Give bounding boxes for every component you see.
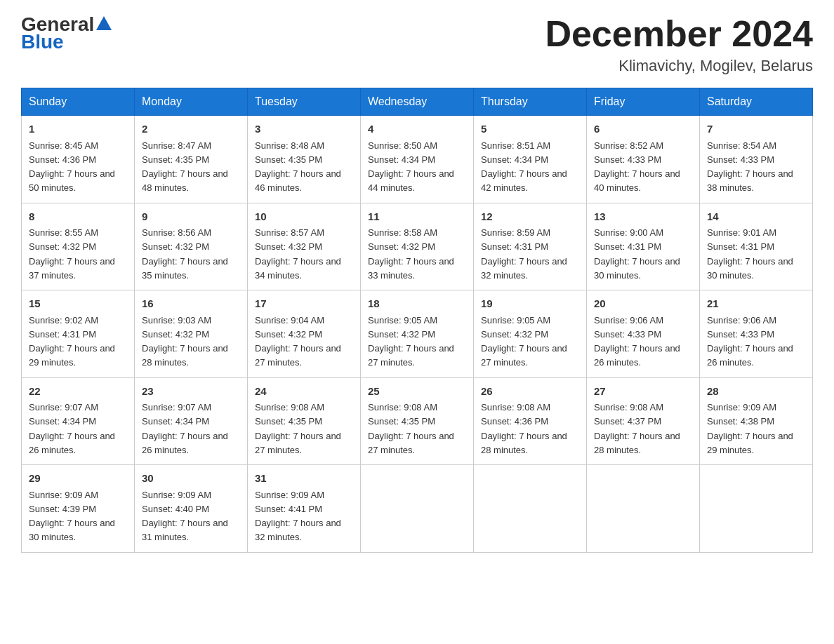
- header-saturday: Saturday: [700, 88, 813, 116]
- calendar-cell: 25Sunrise: 9:08 AMSunset: 4:35 PMDayligh…: [361, 377, 474, 465]
- day-number: 7: [707, 121, 805, 137]
- cell-info: Sunrise: 8:48 AMSunset: 4:35 PMDaylight:…: [255, 140, 341, 194]
- day-number: 17: [255, 296, 353, 312]
- week-row-1: 1Sunrise: 8:45 AMSunset: 4:36 PMDaylight…: [22, 116, 813, 203]
- calendar-cell: [587, 465, 700, 553]
- header-tuesday: Tuesday: [248, 88, 361, 116]
- day-number: 21: [707, 296, 805, 312]
- day-number: 8: [29, 209, 127, 225]
- calendar-cell: 29Sunrise: 9:09 AMSunset: 4:39 PMDayligh…: [22, 465, 135, 553]
- logo-blue-text: Blue: [21, 31, 64, 53]
- cell-info: Sunrise: 8:59 AMSunset: 4:31 PMDaylight:…: [481, 227, 567, 281]
- calendar-cell: 22Sunrise: 9:07 AMSunset: 4:34 PMDayligh…: [22, 377, 135, 465]
- day-number: 6: [594, 121, 692, 137]
- cell-info: Sunrise: 8:47 AMSunset: 4:35 PMDaylight:…: [142, 140, 228, 194]
- day-number: 3: [255, 121, 353, 137]
- cell-info: Sunrise: 9:07 AMSunset: 4:34 PMDaylight:…: [142, 402, 228, 455]
- page-header: General Blue December 2024 Klimavichy, M…: [21, 14, 813, 75]
- cell-info: Sunrise: 9:05 AMSunset: 4:32 PMDaylight:…: [481, 315, 567, 368]
- calendar-cell: 9Sunrise: 8:56 AMSunset: 4:32 PMDaylight…: [135, 203, 248, 290]
- header-friday: Friday: [587, 88, 700, 116]
- calendar-cell: 3Sunrise: 8:48 AMSunset: 4:35 PMDaylight…: [248, 116, 361, 203]
- day-number: 12: [481, 209, 579, 225]
- calendar-cell: [474, 465, 587, 553]
- calendar-cell: 16Sunrise: 9:03 AMSunset: 4:32 PMDayligh…: [135, 290, 248, 378]
- calendar-cell: 31Sunrise: 9:09 AMSunset: 4:41 PMDayligh…: [248, 465, 361, 553]
- calendar-cell: 7Sunrise: 8:54 AMSunset: 4:33 PMDaylight…: [700, 116, 813, 203]
- day-number: 26: [481, 384, 579, 400]
- day-number: 20: [594, 296, 692, 312]
- cell-info: Sunrise: 9:09 AMSunset: 4:40 PMDaylight:…: [142, 490, 228, 543]
- month-title: December 2024: [545, 14, 813, 54]
- logo: General Blue: [21, 14, 112, 52]
- calendar-cell: 30Sunrise: 9:09 AMSunset: 4:40 PMDayligh…: [135, 465, 248, 553]
- calendar-cell: 8Sunrise: 8:55 AMSunset: 4:32 PMDaylight…: [22, 203, 135, 290]
- calendar-cell: 12Sunrise: 8:59 AMSunset: 4:31 PMDayligh…: [474, 203, 587, 290]
- day-number: 31: [255, 471, 353, 487]
- cell-info: Sunrise: 8:57 AMSunset: 4:32 PMDaylight:…: [255, 227, 341, 281]
- cell-info: Sunrise: 9:09 AMSunset: 4:41 PMDaylight:…: [255, 490, 341, 543]
- week-row-5: 29Sunrise: 9:09 AMSunset: 4:39 PMDayligh…: [22, 465, 813, 553]
- calendar-cell: 23Sunrise: 9:07 AMSunset: 4:34 PMDayligh…: [135, 377, 248, 465]
- cell-info: Sunrise: 9:00 AMSunset: 4:31 PMDaylight:…: [594, 227, 680, 281]
- cell-info: Sunrise: 8:51 AMSunset: 4:34 PMDaylight:…: [481, 140, 567, 194]
- day-number: 27: [594, 384, 692, 400]
- cell-info: Sunrise: 8:50 AMSunset: 4:34 PMDaylight:…: [368, 140, 454, 194]
- week-row-2: 8Sunrise: 8:55 AMSunset: 4:32 PMDaylight…: [22, 203, 813, 290]
- day-number: 29: [29, 471, 127, 487]
- location-text: Klimavichy, Mogilev, Belarus: [545, 57, 813, 75]
- calendar-cell: 18Sunrise: 9:05 AMSunset: 4:32 PMDayligh…: [361, 290, 474, 378]
- calendar-cell: 13Sunrise: 9:00 AMSunset: 4:31 PMDayligh…: [587, 203, 700, 290]
- day-number: 4: [368, 121, 466, 137]
- calendar-cell: 26Sunrise: 9:08 AMSunset: 4:36 PMDayligh…: [474, 377, 587, 465]
- day-number: 13: [594, 209, 692, 225]
- calendar-cell: 21Sunrise: 9:06 AMSunset: 4:33 PMDayligh…: [700, 290, 813, 378]
- cell-info: Sunrise: 9:08 AMSunset: 4:36 PMDaylight:…: [481, 402, 567, 455]
- week-row-3: 15Sunrise: 9:02 AMSunset: 4:31 PMDayligh…: [22, 290, 813, 378]
- calendar-cell: 4Sunrise: 8:50 AMSunset: 4:34 PMDaylight…: [361, 116, 474, 203]
- calendar-cell: 24Sunrise: 9:08 AMSunset: 4:35 PMDayligh…: [248, 377, 361, 465]
- day-number: 11: [368, 209, 466, 225]
- calendar-cell: 1Sunrise: 8:45 AMSunset: 4:36 PMDaylight…: [22, 116, 135, 203]
- day-number: 5: [481, 121, 579, 137]
- cell-info: Sunrise: 9:09 AMSunset: 4:38 PMDaylight:…: [707, 402, 793, 455]
- calendar-cell: 2Sunrise: 8:47 AMSunset: 4:35 PMDaylight…: [135, 116, 248, 203]
- cell-info: Sunrise: 8:54 AMSunset: 4:33 PMDaylight:…: [707, 140, 793, 194]
- day-number: 1: [29, 121, 127, 137]
- calendar-table: SundayMondayTuesdayWednesdayThursdayFrid…: [21, 88, 813, 553]
- header-monday: Monday: [135, 88, 248, 116]
- cell-info: Sunrise: 9:04 AMSunset: 4:32 PMDaylight:…: [255, 315, 341, 368]
- calendar-cell: 15Sunrise: 9:02 AMSunset: 4:31 PMDayligh…: [22, 290, 135, 378]
- calendar-cell: 10Sunrise: 8:57 AMSunset: 4:32 PMDayligh…: [248, 203, 361, 290]
- cell-info: Sunrise: 8:45 AMSunset: 4:36 PMDaylight:…: [29, 140, 115, 194]
- day-number: 19: [481, 296, 579, 312]
- calendar-cell: 11Sunrise: 8:58 AMSunset: 4:32 PMDayligh…: [361, 203, 474, 290]
- cell-info: Sunrise: 9:06 AMSunset: 4:33 PMDaylight:…: [707, 315, 793, 368]
- calendar-cell: [700, 465, 813, 553]
- cell-info: Sunrise: 8:52 AMSunset: 4:33 PMDaylight:…: [594, 140, 680, 194]
- calendar-header-row: SundayMondayTuesdayWednesdayThursdayFrid…: [22, 88, 813, 116]
- day-number: 2: [142, 121, 240, 137]
- calendar-cell: 5Sunrise: 8:51 AMSunset: 4:34 PMDaylight…: [474, 116, 587, 203]
- day-number: 9: [142, 209, 240, 225]
- day-number: 30: [142, 471, 240, 487]
- calendar-cell: 14Sunrise: 9:01 AMSunset: 4:31 PMDayligh…: [700, 203, 813, 290]
- cell-info: Sunrise: 9:08 AMSunset: 4:35 PMDaylight:…: [368, 402, 454, 455]
- svg-marker-0: [96, 16, 112, 30]
- cell-info: Sunrise: 9:03 AMSunset: 4:32 PMDaylight:…: [142, 315, 228, 368]
- calendar-cell: [361, 465, 474, 553]
- cell-info: Sunrise: 8:58 AMSunset: 4:32 PMDaylight:…: [368, 227, 454, 281]
- day-number: 25: [368, 384, 466, 400]
- cell-info: Sunrise: 9:05 AMSunset: 4:32 PMDaylight:…: [368, 315, 454, 368]
- calendar-cell: 28Sunrise: 9:09 AMSunset: 4:38 PMDayligh…: [700, 377, 813, 465]
- calendar-cell: 17Sunrise: 9:04 AMSunset: 4:32 PMDayligh…: [248, 290, 361, 378]
- cell-info: Sunrise: 8:56 AMSunset: 4:32 PMDaylight:…: [142, 227, 228, 281]
- day-number: 15: [29, 296, 127, 312]
- cell-info: Sunrise: 9:08 AMSunset: 4:37 PMDaylight:…: [594, 402, 680, 455]
- header-thursday: Thursday: [474, 88, 587, 116]
- day-number: 24: [255, 384, 353, 400]
- calendar-cell: 6Sunrise: 8:52 AMSunset: 4:33 PMDaylight…: [587, 116, 700, 203]
- day-number: 10: [255, 209, 353, 225]
- cell-info: Sunrise: 9:08 AMSunset: 4:35 PMDaylight:…: [255, 402, 341, 455]
- cell-info: Sunrise: 9:09 AMSunset: 4:39 PMDaylight:…: [29, 490, 115, 543]
